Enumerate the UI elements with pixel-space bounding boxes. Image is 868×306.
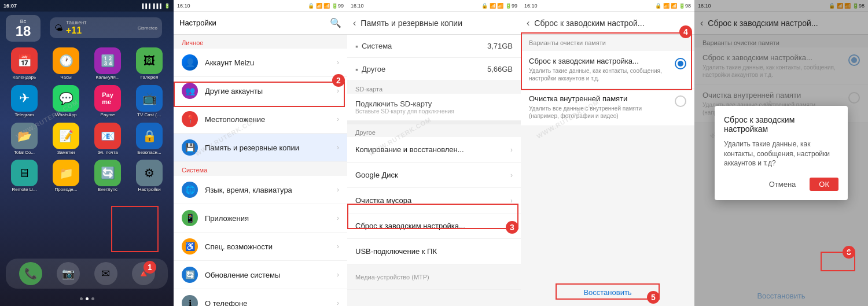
settings-item-meizu[interactable]: 👤 Аккаунт Meizu › xyxy=(174,49,347,77)
app-security[interactable]: 🔒 Безопасн... xyxy=(131,123,168,156)
settings-item-memory[interactable]: 💾 Память и резервные копии › xyxy=(174,134,347,162)
calendar-date: 18 xyxy=(12,24,35,38)
dock-msg[interactable]: ✉ xyxy=(94,262,117,285)
app-telegram[interactable]: ✈ Telegram xyxy=(6,85,43,118)
back-arrow-icon[interactable]: ‹ xyxy=(527,18,529,28)
step-3-badge: 3 xyxy=(506,221,518,234)
app-payme[interactable]: Payme Payme xyxy=(89,85,126,118)
dock-phone[interactable]: 📞 xyxy=(19,262,42,285)
home-status-right: ▌▌▌ ▌▌▌ 🔋 xyxy=(142,3,170,9)
reset-info: 🔒 📶 📶 🔋98 xyxy=(655,3,691,9)
step-4-badge: 4 xyxy=(679,25,692,38)
app-gallery[interactable]: 🖼 Галерея xyxy=(131,47,168,80)
settings-item-location[interactable]: 📍 Местоположение › xyxy=(174,105,347,134)
step-1-badge: 1 xyxy=(144,261,156,274)
cancel-button[interactable]: Отмена xyxy=(764,178,801,191)
gdrive-item[interactable]: Google Диск › xyxy=(347,163,521,188)
weather-temp: +11 xyxy=(66,25,86,36)
settings-section-system: Система xyxy=(174,162,347,176)
memory-other: ▪ Другое 5,66GB xyxy=(347,58,521,81)
bullet-icon: ▪ xyxy=(355,42,358,51)
app-grid: 📅 Календарь 🕐 Часы 🔢 Калькуля... 🖼 Галер… xyxy=(0,43,174,197)
reset-title: Сброс к заводским настрой... xyxy=(534,19,689,28)
sd-card-item[interactable]: Подключить SD-карту Вставьте SD-карту дл… xyxy=(347,94,521,121)
home-time: 16:07 xyxy=(3,3,17,9)
restore-button[interactable]: Восстановить xyxy=(572,285,643,300)
arrow-icon: › xyxy=(337,58,339,67)
settings-time: 16:10 xyxy=(177,3,190,9)
sd-header: SD-карта xyxy=(347,81,521,94)
arrow-icon: › xyxy=(510,146,513,154)
search-icon[interactable]: 🔍 xyxy=(330,17,341,28)
home-dock: 📞 📷 ✉ 🔺 xyxy=(6,259,168,289)
factory-reset-item[interactable]: Сброс к заводским настройка... › xyxy=(347,213,521,239)
weather-provider: Gismeteo xyxy=(138,25,157,31)
reset-status-bar: 16:10 🔒 📶 📶 🔋98 xyxy=(521,0,694,12)
highlight-settings xyxy=(111,206,159,252)
arrow-icon: › xyxy=(337,87,339,95)
app-settings[interactable]: ⚙ Настройки xyxy=(131,160,168,193)
reset-option-factory[interactable]: Сброс к заводским настройка... Удалить т… xyxy=(521,51,694,89)
app-calc[interactable]: 🔢 Калькуля... xyxy=(89,47,126,80)
memory-system: ▪ Система 3,71GB xyxy=(347,35,521,58)
settings-item-other-accounts[interactable]: 👥 Другие аккаунты › xyxy=(174,77,347,105)
dialog-body: Удалить такие данные, как контакты, сооб… xyxy=(724,139,838,168)
back-arrow-icon[interactable]: ‹ xyxy=(353,18,356,28)
arrow-icon: › xyxy=(337,115,339,123)
app-folder[interactable]: 📁 Проводн... xyxy=(47,160,84,193)
ok-button[interactable]: ОК xyxy=(810,178,838,191)
dialog-title: Сброс к заводским настройкам xyxy=(724,115,838,134)
dialog-panel: 16:10 🔒 📶 📶 🔋98 ‹ Сброс к заводским наст… xyxy=(694,0,868,306)
settings-status-bar: 16:10 🔒 📶 📶 🔋99 xyxy=(174,0,347,12)
reset-option-internal[interactable]: Очистка внутренней памяти Удалить все да… xyxy=(521,89,694,126)
usb-item[interactable]: USB-подключение к ПК xyxy=(347,239,521,264)
app-eversync[interactable]: 🔄 EverSync xyxy=(89,160,126,193)
radio-factory[interactable] xyxy=(675,58,686,69)
memory-info: 🔒 📶 📶 🔋99 xyxy=(481,3,517,9)
memory-status-bar: 16:10 🔒 📶 📶 🔋99 xyxy=(347,0,521,12)
settings-item-access[interactable]: ♿ Спец. возможности › xyxy=(174,233,347,261)
settings-item-lang[interactable]: 🌐 Язык, время, клавиатура › xyxy=(174,176,347,204)
app-tvcast[interactable]: 📺 TV Cast (… xyxy=(131,85,168,118)
dialog-overlay: Сброс к заводским настройкам Удалить так… xyxy=(694,0,868,306)
dot-1 xyxy=(80,297,83,300)
clean-item[interactable]: Очистка мусора › xyxy=(347,188,521,213)
memory-title: Память и резервные копии xyxy=(361,19,515,28)
settings-item-apps[interactable]: 📱 Приложения › xyxy=(174,204,347,233)
arrow-icon: › xyxy=(510,197,513,205)
backup-item[interactable]: Копирование и восстановлен... › xyxy=(347,137,521,163)
arrow-icon: › xyxy=(337,214,339,222)
home-status-bar: 16:07 ▌▌▌ ▌▌▌ 🔋 xyxy=(0,0,174,12)
app-clock[interactable]: 🕐 Часы xyxy=(47,47,84,80)
arrow-icon: › xyxy=(337,271,339,279)
app-remote[interactable]: 🖥 Remote Li... xyxy=(6,160,43,193)
memory-panel: 16:10 🔒 📶 📶 🔋99 ‹ Память и резервные коп… xyxy=(347,0,521,306)
arrow-icon: › xyxy=(337,186,339,194)
mtp-item: Медиа-устройство (MTP) xyxy=(347,264,521,290)
page-dots xyxy=(0,297,174,300)
step-6-badge: 6 xyxy=(843,246,855,259)
calendar-widget: Вс 18 xyxy=(6,15,41,42)
settings-panel: 16:10 🔒 📶 📶 🔋99 Настройки 🔍 Личное 👤 Акк… xyxy=(174,0,347,306)
reset-time: 16:10 xyxy=(524,3,538,9)
app-whatsapp[interactable]: 💬 WhatsApp xyxy=(47,85,84,118)
arrow-icon: › xyxy=(337,299,339,306)
app-calendar[interactable]: 📅 Календарь xyxy=(6,47,43,80)
radio-internal[interactable] xyxy=(675,95,686,107)
settings-toolbar: Настройки 🔍 xyxy=(174,12,347,35)
app-email[interactable]: 📧 Эл. почта xyxy=(89,123,126,156)
home-screen: 16:07 ▌▌▌ ▌▌▌ 🔋 Вс 18 🌤 Ташкент +11 Gism… xyxy=(0,0,174,306)
radio-inner xyxy=(678,61,683,67)
settings-title: Настройки xyxy=(179,19,325,27)
settings-item-update[interactable]: 🔄 Обновление системы › xyxy=(174,261,347,289)
settings-item-about[interactable]: ℹ О телефоне › xyxy=(174,289,347,306)
weather-city: Ташкент xyxy=(66,20,86,25)
home-battery: ▌▌▌ ▌▌▌ 🔋 xyxy=(142,3,170,9)
app-totalco[interactable]: 📂 Total Co... xyxy=(6,123,43,156)
app-notes[interactable]: 📝 Заметки xyxy=(47,123,84,156)
reset-section-header: Варианты очистки памяти xyxy=(521,35,694,51)
memory-toolbar: ‹ Память и резервные копии xyxy=(347,12,521,35)
arrow-icon: › xyxy=(510,171,513,179)
dock-camera[interactable]: 📷 xyxy=(57,262,80,285)
confirm-dialog: Сброс к заводским настройкам Удалить так… xyxy=(715,106,848,200)
